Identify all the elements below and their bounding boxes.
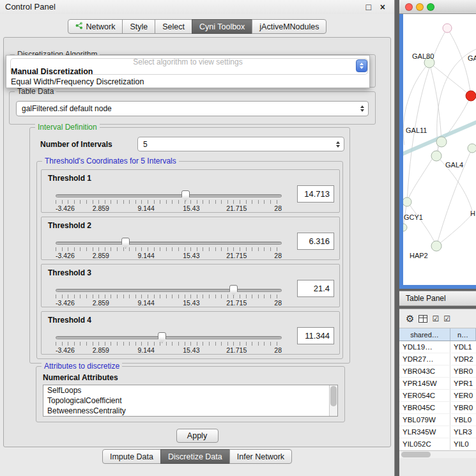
node-selected-red[interactable] — [466, 91, 476, 101]
tab-label: Infer Network — [237, 452, 284, 461]
threshold-3-value-field[interactable]: 21.4 — [297, 280, 334, 297]
gear-icon[interactable]: ⚙ — [406, 314, 414, 323]
table-row[interactable]: YPR145WYPR1 — [399, 378, 476, 390]
table-cell[interactable]: YDL1 — [450, 341, 476, 353]
node-gal11[interactable] — [436, 137, 447, 147]
network-graph: GAL80 GA GAL11 GAL4 GCY1 HAP2 H — [403, 14, 476, 285]
node[interactable] — [468, 144, 476, 153]
threshold-1-slider[interactable]: -3.4262.8599.14415.4321.71528 — [56, 194, 282, 213]
chevron-up-icon — [360, 105, 364, 108]
table-cell[interactable]: YIL0 — [450, 438, 476, 450]
zoom-traffic-light-icon[interactable] — [427, 3, 434, 11]
table-cell[interactable]: YDR27… — [399, 353, 450, 365]
table-cell[interactable]: YPR1 — [450, 378, 476, 389]
column-header[interactable]: n… — [450, 328, 476, 341]
table-cell[interactable]: YBR043C — [399, 365, 450, 377]
tab-cyni-toolbox[interactable]: Cyni Toolbox — [192, 19, 252, 34]
tab-jactivemnodules[interactable]: jActiveMNodules — [252, 19, 326, 34]
column-header[interactable]: shared… — [399, 328, 450, 341]
table-cell[interactable]: YIL052C — [399, 438, 450, 450]
close-icon[interactable]: × — [380, 1, 385, 13]
threshold-1-value-field[interactable]: 14.713 — [297, 185, 334, 203]
threshold-2-value-field[interactable]: 6.316 — [297, 233, 334, 250]
slider-track[interactable] — [56, 242, 282, 245]
tick-label: 15.43 — [183, 346, 199, 354]
slider-track[interactable] — [56, 289, 282, 292]
tab-label: Discretize Data — [168, 452, 222, 461]
close-traffic-light-icon[interactable] — [405, 3, 413, 11]
num-intervals-combo[interactable]: 5 — [137, 137, 344, 151]
attribute-item[interactable]: BetweennessCentrality — [43, 406, 337, 416]
table-cell[interactable]: YBL0 — [450, 414, 476, 426]
table-cell[interactable]: YLR345W — [399, 426, 450, 438]
table-toolbar: ⚙ ☑ ☑ — [399, 309, 476, 328]
threshold-2-slider[interactable]: -3.4262.8599.14415.4321.71528 — [56, 242, 282, 260]
table-row[interactable]: YER054CYER0 — [399, 390, 476, 402]
node-gcy1[interactable] — [403, 197, 411, 206]
slider-ticks — [56, 200, 282, 204]
table-row[interactable]: YLR345WYLR3 — [399, 426, 476, 438]
scrollbar-thumb[interactable] — [401, 452, 431, 457]
scrollbar-thumb[interactable] — [330, 386, 337, 406]
table-row[interactable]: YBR045CYBR0 — [399, 402, 476, 414]
node[interactable] — [443, 24, 452, 33]
network-canvas[interactable]: GAL80 GA GAL11 GAL4 GCY1 HAP2 H — [403, 14, 476, 285]
table-cell[interactable]: YPR145W — [399, 378, 450, 389]
float-window-icon[interactable]: □ — [366, 1, 371, 13]
table-data-combo[interactable]: galFiltered.sif default node — [16, 101, 369, 116]
threshold-4-slider[interactable]: -3.4262.8599.14415.4321.71528 — [56, 336, 282, 355]
tick-label: 2.859 — [93, 204, 109, 212]
table-cell[interactable]: YDL19… — [399, 341, 450, 353]
table-cell[interactable]: YLR3 — [450, 426, 476, 438]
tick-label: 15.43 — [183, 252, 199, 259]
algorithm-combo-stepper[interactable] — [356, 59, 367, 72]
table-cell[interactable]: YBR0 — [450, 365, 476, 377]
table-row[interactable]: YIL052CYIL0 — [399, 438, 476, 450]
slider-track[interactable] — [56, 194, 282, 197]
node-gal4[interactable] — [431, 151, 441, 161]
slider-tick-labels: -3.4262.8599.14415.4321.71528 — [56, 252, 282, 260]
node[interactable] — [403, 224, 407, 231]
table-cell[interactable]: YDR2 — [450, 353, 476, 365]
list-vertical-scrollbar[interactable] — [329, 385, 337, 416]
top-tabbar: Network Style Select Cyni Toolbox jActiv… — [0, 19, 394, 34]
apply-button[interactable]: Apply — [176, 429, 219, 443]
algorithm-option-manual-discretization[interactable]: Manual Discretization — [6, 66, 369, 77]
algorithm-option-equal-width-frequency[interactable]: Equal Width/Frequency Discretization — [6, 77, 369, 87]
select-none-icon[interactable]: ☑ — [443, 315, 450, 323]
tab-network[interactable]: Network — [68, 19, 123, 34]
attribute-item[interactable]: SelfLoops — [43, 385, 337, 395]
attribute-item[interactable]: TopologicalCoefficient — [43, 395, 337, 406]
node-label: HAP2 — [410, 252, 428, 259]
table-cell[interactable]: YBR0 — [450, 402, 476, 413]
control-panel-titlebar[interactable]: Control Panel □ × — [0, 0, 394, 14]
tab-impute-data[interactable]: Impute Data — [102, 449, 161, 464]
node-hap2[interactable] — [431, 241, 441, 251]
num-intervals-value: 5 — [143, 140, 148, 149]
slider-track[interactable] — [56, 336, 282, 339]
table-row[interactable]: YDL19…YDL1 — [399, 341, 476, 353]
select-all-icon[interactable]: ☑ — [432, 315, 439, 323]
tab-infer-network[interactable]: Infer Network — [229, 449, 292, 464]
table-cell[interactable]: YER0 — [450, 390, 476, 401]
table-row[interactable]: YBL079WYBL0 — [399, 414, 476, 426]
threshold-4-value-field[interactable]: 11.344 — [297, 327, 334, 344]
tab-select[interactable]: Select — [155, 19, 192, 34]
table-cell[interactable]: YBR045C — [399, 402, 450, 413]
table-cell[interactable]: YBL079W — [399, 414, 450, 426]
horizontal-scrollbar[interactable] — [399, 450, 476, 458]
threshold-3-slider[interactable]: -3.4262.8599.14415.4321.71528 — [56, 289, 282, 307]
tab-discretize-data[interactable]: Discretize Data — [160, 449, 230, 464]
table-row[interactable]: YDR27…YDR2 — [399, 353, 476, 365]
tab-style[interactable]: Style — [122, 19, 155, 34]
tick-label: -3.426 — [56, 346, 75, 354]
table-row[interactable]: YBR043CYBR0 — [399, 365, 476, 378]
columns-icon[interactable] — [418, 315, 427, 323]
network-window-titlebar[interactable] — [399, 0, 476, 14]
table-panel-titlebar[interactable]: Table Panel — [399, 291, 476, 306]
minimize-traffic-light-icon[interactable] — [416, 3, 424, 11]
tick-label: 9.144 — [137, 346, 154, 354]
numerical-attributes-list[interactable]: SelfLoopsTopologicalCoefficientBetweenne… — [43, 385, 338, 417]
threshold-panel-2: Threshold 2 -3.4262.8599.14415.4321.7152… — [41, 217, 340, 260]
table-cell[interactable]: YER054C — [399, 390, 450, 401]
